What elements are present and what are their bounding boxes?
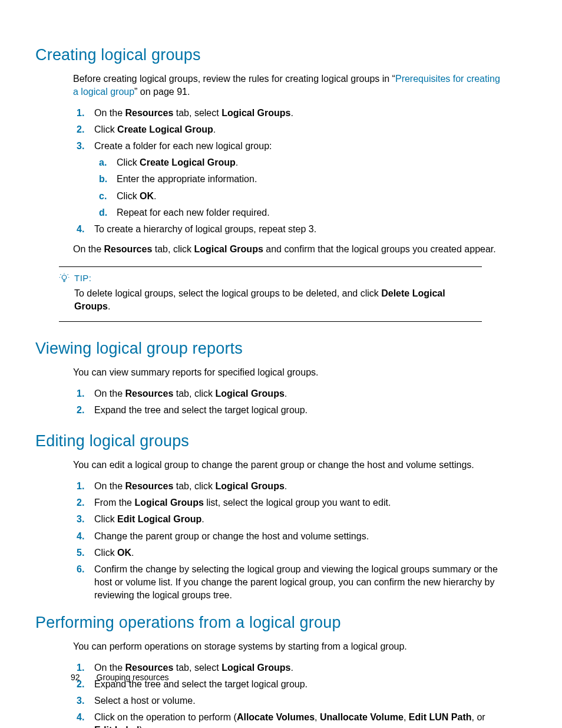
page: Creating logical groups Before creating … [0,0,562,728]
section-editing-body: You can edit a logical group to change t… [73,459,505,602]
text: On the [94,663,125,673]
ui-label: Create Logical Group [117,124,213,134]
text: . [154,191,156,201]
ordered-list: On the Resources tab, click Logical Grou… [73,387,505,417]
ui-label: Edit Logical Group [117,514,201,524]
svg-line-3 [68,274,68,275]
svg-point-0 [62,275,67,280]
text: To delete logical groups, select the log… [74,288,381,298]
ui-label: Resources [125,663,173,673]
text: tab, select [173,108,222,118]
section-viewing-body: You can view summary reports for specifi… [73,366,505,417]
list-item: Click OK. [117,190,505,203]
text: On the [73,244,104,254]
text: . [285,481,287,491]
ordered-list: On the Resources tab, select Logical Gro… [73,661,505,728]
text: , [404,712,409,722]
text: From the [94,498,134,508]
list-item: Repeat for each new folder required. [117,206,505,219]
heading-creating-logical-groups: Creating logical groups [35,46,505,64]
text: tab, click [152,244,194,254]
section-performing-body: You can perform operations on storage sy… [73,640,505,728]
text: Click [117,157,140,167]
heading-viewing-reports: Viewing logical group reports [35,340,505,358]
ui-label: Logical Groups [215,481,284,491]
list-item: Click OK. [94,546,505,559]
text: On the [94,108,125,118]
text: On the [94,388,125,398]
list-item: On the Resources tab, click Logical Grou… [94,387,505,400]
text: list, select the logical group you want … [204,498,391,508]
text: . [236,157,238,167]
text: Create a folder for each new logical gro… [94,141,272,151]
intro-text: You can perform operations on storage sy… [73,640,505,653]
ui-label: Resources [125,481,173,491]
list-item: Change the parent group or change the ho… [94,530,505,543]
text: , or [472,712,485,722]
text: . [131,548,134,558]
text: tab, select [173,663,222,673]
tip-header: TIP: [59,273,482,284]
text: . [285,388,287,398]
text: Before creating logical groups, review t… [73,74,395,84]
intro-text: You can edit a logical group to change t… [73,459,505,472]
ordered-list: On the Resources tab, select Logical Gro… [73,107,505,236]
heading-performing-operations: Performing operations from a logical gro… [35,614,505,632]
list-item: On the Resources tab, click Logical Grou… [94,480,505,493]
heading-editing-logical-groups: Editing logical groups [35,432,505,450]
list-item: Click Create Logical Group. [94,123,505,136]
text: Click [94,548,117,558]
ordered-list-alpha: Click Create Logical Group. Enter the ap… [94,156,505,219]
tip-label: TIP: [74,273,92,283]
text: tab, click [173,388,215,398]
section-creating-body: Before creating logical groups, review t… [73,73,505,256]
ui-label: Resources [104,244,152,254]
intro-text: Before creating logical groups, review t… [73,73,505,98]
ui-label: Logical Groups [215,388,284,398]
list-item: Click on the operation to perform (Alloc… [94,711,505,728]
ui-label: OK [117,548,131,558]
text: ” on page 91. [134,87,190,97]
confirm-text: On the Resources tab, click Logical Grou… [73,243,505,256]
ui-label: Resources [125,388,173,398]
text: . [108,301,110,311]
list-item: Click Create Logical Group. [117,156,505,169]
ui-label: OK [140,191,154,201]
ui-label: Logical Groups [134,498,203,508]
ordered-list: On the Resources tab, click Logical Grou… [73,480,505,602]
ui-label: Edit Label [94,725,139,728]
list-item: On the Resources tab, select Logical Gro… [94,107,505,120]
tip-body: To delete logical groups, select the log… [74,287,482,313]
ui-label: Logical Groups [222,663,290,673]
ui-label: Unallocate Volume [320,712,404,722]
svg-line-2 [60,274,61,275]
text: . [290,663,293,673]
tip-block: TIP: To delete logical groups, select th… [59,266,482,322]
intro-text: You can view summary reports for specifi… [73,366,505,379]
text: . [201,514,204,524]
ui-label: Create Logical Group [140,157,236,167]
list-item: Click Edit Logical Group. [94,513,505,526]
list-item: To create a hierarchy of logical groups,… [94,223,505,236]
text: Click on the operation to perform ( [94,712,237,722]
ui-label: Logical Groups [222,108,290,118]
text: . [290,108,293,118]
text: . [213,124,216,134]
page-number: 92 [71,673,80,682]
ui-label: Logical Groups [194,244,263,254]
text: , [315,712,320,722]
tip-icon [59,273,70,284]
page-footer: 92 Grouping resources [71,673,169,682]
list-item: From the Logical Groups list, select the… [94,496,505,509]
text: and confirm that the logical groups you … [263,244,496,254]
list-item: Confirm the change by selecting the logi… [94,563,505,602]
text: On the [94,481,125,491]
ui-label: Allocate Volumes [237,712,315,722]
ui-label: Resources [125,108,173,118]
list-item: Enter the appropriate information. [117,173,505,186]
footer-chapter: Grouping resources [97,673,169,682]
text: Click [94,514,117,524]
text: tab, click [173,481,215,491]
text: Click [117,191,140,201]
list-item: Create a folder for each new logical gro… [94,140,505,219]
